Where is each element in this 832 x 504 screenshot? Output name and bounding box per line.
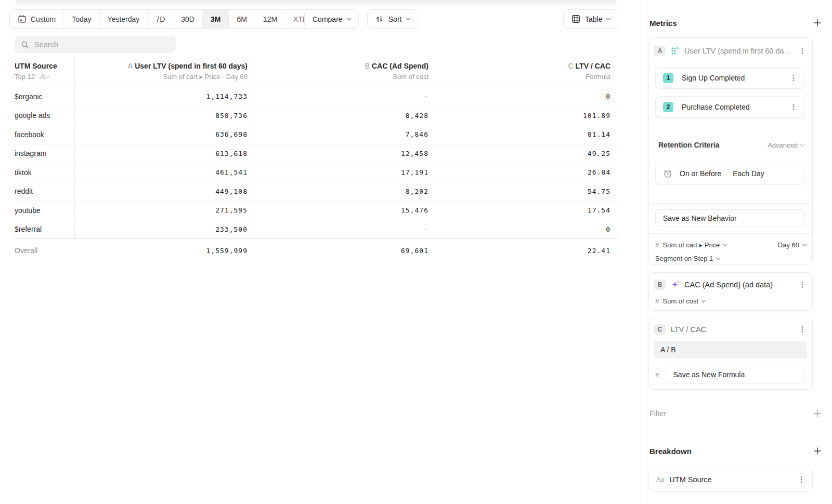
top-n-selector[interactable]: Top 12 · A <box>15 72 74 82</box>
range-today[interactable]: Today <box>63 10 99 28</box>
table-row[interactable]: facebook 636,698 7,846 81.14 <box>15 125 618 144</box>
step-2-menu-button[interactable] <box>789 102 798 112</box>
metric-b-card: B CAC (Ad Spend) (ad data) # Sum of cost <box>648 272 813 311</box>
sort-arrows-icon <box>375 15 384 23</box>
metric-c-card: C LTV / CAC A / B # Save as New Formula <box>648 317 813 390</box>
number-type-icon: # <box>655 241 659 249</box>
step-1-menu-button[interactable] <box>789 73 798 83</box>
step-2-event[interactable]: 2 Purchase Completed <box>655 96 805 118</box>
add-metric-button[interactable] <box>812 18 823 28</box>
metric-c-menu-button[interactable] <box>798 324 807 335</box>
col-header-utm-source[interactable]: UTM Source Top 12 · A <box>15 56 74 87</box>
chevron-down-icon <box>723 242 727 246</box>
metric-c-header[interactable]: C LTV / CAC <box>654 323 807 336</box>
save-as-new-behavior-button[interactable]: Save as New Behavior <box>655 209 805 227</box>
range-12m[interactable]: 12M <box>255 10 285 28</box>
range-7d[interactable]: 7D <box>147 10 173 28</box>
number-type-icon: # <box>655 297 659 305</box>
breakdown-utm-source-card[interactable]: Aa UTM Source <box>648 467 813 492</box>
top-bar-remnant <box>16 0 617 5</box>
search-input[interactable] <box>34 41 170 49</box>
sort-button[interactable]: Sort <box>367 9 418 29</box>
table-overall-row: Overall 1,559,999 69,601 22.41 <box>15 239 618 262</box>
chevron-down-icon <box>802 242 807 246</box>
retention-criteria-row: Retention Criteria Advanced <box>658 141 804 149</box>
range-30d[interactable]: 30D <box>173 10 202 28</box>
col-header-metric-b[interactable]: BCAC (Ad Spend) Sum of cost <box>255 56 436 87</box>
range-custom-label: Custom <box>31 15 56 23</box>
metric-a-badge: A <box>654 46 666 56</box>
text-property-icon: Aa <box>656 476 664 483</box>
metric-a-header[interactable]: A User LTV (spend in first 60 da... <box>654 43 807 59</box>
metric-b-header[interactable]: B CAC (Ad Spend) (ad data) <box>654 278 807 291</box>
chevron-down-icon <box>46 74 50 78</box>
retention-timing-card[interactable]: On or Before Each Day <box>655 163 805 184</box>
insights-report-page: Custom Today Yesterday 7D 30D 3M 6M 12M … <box>0 0 832 504</box>
sum-of-cost-dropdown[interactable]: Sum of cost <box>663 297 706 305</box>
table-row[interactable]: instagram 613,618 12,458 49.25 <box>15 144 618 164</box>
breakdown-section-header: Breakdown <box>649 446 823 456</box>
add-filter-button[interactable] <box>812 408 823 419</box>
chevron-down-icon <box>406 16 410 20</box>
compare-button[interactable]: Compare <box>304 9 359 29</box>
kebab-menu-icon <box>799 325 806 334</box>
range-yesterday[interactable]: Yesterday <box>99 10 148 28</box>
aggregation-dropdown[interactable]: Sum of cart ▸ Price <box>663 241 727 249</box>
table-row[interactable]: reddit 449,108 8,202 54.75 <box>15 182 618 202</box>
query-builder-sidebar: Metrics A User LTV (spend in first 60 da… <box>641 0 832 504</box>
kebab-menu-icon <box>790 103 797 111</box>
retention-mode-dropdown[interactable]: Advanced <box>768 141 804 149</box>
plus-icon <box>813 409 822 418</box>
behavior-dots-icon <box>671 47 679 55</box>
formula-input[interactable]: A / B <box>654 341 807 359</box>
metric-b-menu-button[interactable] <box>798 280 807 290</box>
formula-actions-row: # Save as New Formula <box>655 366 805 383</box>
sparkle-icon <box>671 281 679 289</box>
col-header-metric-c[interactable]: CLTV / CAC Formula <box>436 56 618 87</box>
chevron-down-icon <box>716 255 720 259</box>
step-1-event[interactable]: 1 Sign Up Completed <box>655 67 805 89</box>
table-grid-icon <box>571 15 580 23</box>
range-3m-active[interactable]: 3M <box>202 10 228 28</box>
step-1-badge: 1 <box>663 73 673 83</box>
search-icon <box>21 41 29 49</box>
kebab-menu-icon <box>798 475 805 484</box>
table-row[interactable]: google ads 858,736 8,428 101.89 <box>15 107 618 126</box>
chevron-down-icon <box>606 16 610 20</box>
metric-a-menu-button[interactable] <box>798 46 807 56</box>
table-row[interactable]: youtube 271,595 15,476 17.54 <box>15 201 618 220</box>
divider <box>649 233 812 234</box>
range-custom[interactable]: Custom <box>10 10 63 28</box>
alarm-clock-icon <box>663 169 672 178</box>
filter-section-header: Filter <box>649 408 823 419</box>
table-row[interactable]: $referral 233,500 - 0 <box>15 220 618 240</box>
table-row[interactable]: tiktok 461,541 17,191 26.84 <box>15 163 618 182</box>
view-type-button[interactable]: Table <box>563 9 618 29</box>
metric-c-badge: C <box>654 324 666 335</box>
kebab-menu-icon <box>790 74 797 82</box>
retention-when-label[interactable]: On or Before <box>680 169 721 178</box>
chevron-down-icon <box>346 16 350 20</box>
kebab-menu-icon <box>799 281 806 289</box>
search-bar <box>15 36 176 53</box>
breakdown-menu-button[interactable] <box>797 474 806 485</box>
add-breakdown-button[interactable] <box>812 446 823 456</box>
day-window-dropdown[interactable]: Day 60 <box>778 241 806 249</box>
calendar-icon <box>18 15 27 23</box>
divider <box>649 203 812 204</box>
step-2-badge: 2 <box>663 102 673 112</box>
retention-unit-label[interactable]: Each Day <box>733 169 764 178</box>
metric-b-badge: B <box>654 280 666 290</box>
metrics-section-header: Metrics <box>649 18 823 28</box>
col-header-metric-a[interactable]: AUser LTV (spend in first 60 days) Sum o… <box>74 56 255 87</box>
number-type-icon: # <box>655 371 659 379</box>
plus-icon <box>813 19 822 27</box>
plus-icon <box>813 447 822 455</box>
save-as-new-formula-button[interactable]: Save as New Formula <box>666 366 805 383</box>
segment-on-step-dropdown[interactable]: Segment on Step 1 <box>655 252 720 264</box>
table-header-row: UTM Source Top 12 · A AUser LTV (spend i… <box>15 56 618 87</box>
breakdown-table: UTM Source Top 12 · A AUser LTV (spend i… <box>15 56 618 262</box>
range-6m[interactable]: 6M <box>228 10 254 28</box>
chevron-down-icon <box>800 142 804 146</box>
table-row[interactable]: $organic 1,114,733 - 0 <box>15 87 618 107</box>
